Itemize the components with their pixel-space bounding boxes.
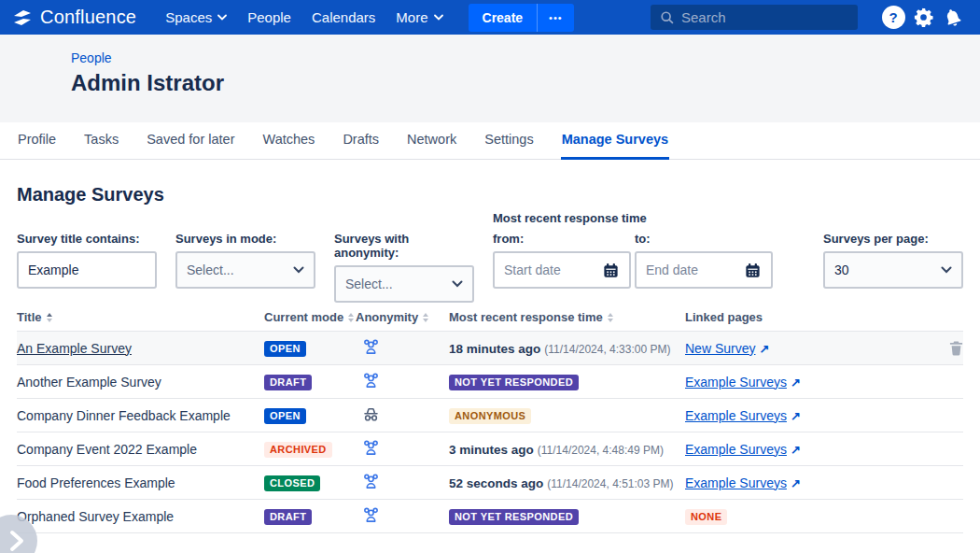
people-group-icon <box>361 505 381 525</box>
filter-label: Surveys per page: <box>823 232 963 246</box>
external-link-icon: ↗ <box>791 476 801 490</box>
table-row: Company Dinner Feedback ExampleOPENANONY… <box>17 398 963 432</box>
per-page-select[interactable]: 30 <box>823 251 963 289</box>
mode-select[interactable]: Select... <box>175 251 315 289</box>
filter-per-page: Surveys per page: 30 <box>823 232 963 289</box>
table-row: Orphaned Survey ExampleDRAFTNOT YET RESP… <box>17 499 963 532</box>
select-chevron-icon <box>293 266 304 274</box>
mode-badge: OPEN <box>264 408 306 424</box>
column-header-linked-pages: Linked pages <box>685 310 943 324</box>
main-content: Manage Surveys Most recent response time… <box>0 184 980 533</box>
tab-network[interactable]: Network <box>406 122 457 160</box>
tab-settings[interactable]: Settings <box>483 122 534 160</box>
end-date-input[interactable]: End date <box>635 251 773 289</box>
tab-saved-for-later[interactable]: Saved for later <box>146 122 235 160</box>
survey-title-link[interactable]: Company Event 2022 Example <box>17 442 197 457</box>
profile-header: People Admin Istrator <box>0 35 980 122</box>
mode-badge: CLOSED <box>264 475 320 491</box>
create-more-button[interactable]: ••• <box>537 4 574 32</box>
chevron-down-icon <box>217 14 227 21</box>
column-header-title[interactable]: Title <box>17 310 264 324</box>
chevron-down-icon <box>434 14 443 21</box>
confluence-logo[interactable]: Confluence <box>12 7 136 28</box>
sort-icon <box>423 313 428 322</box>
tab-watches[interactable]: Watches <box>262 122 316 160</box>
table-header-row: TitleCurrent modeAnonymityMost recent re… <box>17 306 963 331</box>
filter-from-date: from: Start date <box>493 232 631 289</box>
external-link-icon: ↗ <box>759 342 769 356</box>
linked-page-link[interactable]: Example Surveys <box>685 408 787 423</box>
external-link-icon: ↗ <box>791 376 801 390</box>
response-status-badge: ANONYMOUS <box>449 408 531 424</box>
start-date-input[interactable]: Start date <box>493 251 631 289</box>
survey-title-link[interactable]: Food Preferences Example <box>17 475 175 490</box>
profile-tabs: ProfileTasksSaved for laterWatchesDrafts… <box>0 122 980 160</box>
notifications-button[interactable] <box>938 3 968 33</box>
create-button[interactable]: Create <box>469 4 538 32</box>
response-time-group-label: Most recent response time <box>493 211 647 225</box>
trash-icon[interactable] <box>949 340 963 356</box>
search-box[interactable] <box>651 5 858 30</box>
people-group-icon <box>361 337 381 357</box>
column-header-current-mode[interactable]: Current mode <box>264 310 356 324</box>
tab-drafts[interactable]: Drafts <box>342 122 380 160</box>
sort-icon <box>47 313 52 322</box>
mode-badge: OPEN <box>264 341 306 357</box>
people-group-icon <box>361 438 381 458</box>
filter-anonymity: Surveys with anonymity: Select... <box>334 232 474 303</box>
mode-badge: DRAFT <box>264 375 312 390</box>
breadcrumb-people-link[interactable]: People <box>71 50 112 65</box>
column-header-most-recent-response-time[interactable]: Most recent response time <box>449 310 685 324</box>
tab-manage-surveys[interactable]: Manage Surveys <box>561 122 669 160</box>
title-contains-input[interactable] <box>28 262 146 277</box>
help-icon: ? <box>882 6 905 29</box>
response-status-badge: NOT YET RESPONDED <box>449 375 579 390</box>
filter-label: to: <box>635 232 773 246</box>
tab-profile[interactable]: Profile <box>17 122 57 160</box>
external-link-icon: ↗ <box>791 409 801 423</box>
survey-title-link[interactable]: Company Dinner Feedback Example <box>17 408 231 423</box>
nav-item-calendars[interactable]: Calendars <box>301 0 385 35</box>
search-input[interactable] <box>681 9 831 25</box>
page-title: Admin Istrator <box>71 70 980 96</box>
linked-page-link[interactable]: New Survey <box>685 341 755 356</box>
response-absolute-time: (11/14/2024, 4:48:49 PM) <box>538 444 664 457</box>
calendar-icon[interactable] <box>602 262 620 279</box>
people-group-icon <box>361 472 381 491</box>
response-relative-time: 52 seconds ago <box>449 476 543 490</box>
search-icon <box>659 9 675 25</box>
top-navbar: Confluence Spaces People Calendars More … <box>0 0 980 35</box>
mode-badge: DRAFT <box>264 509 312 525</box>
column-header-anonymity[interactable]: Anonymity <box>356 310 449 324</box>
response-absolute-time: (11/14/2024, 4:33:00 PM) <box>544 343 670 356</box>
nav-item-more[interactable]: More <box>385 0 453 35</box>
filter-title-contains: Survey title contains: <box>17 232 157 289</box>
linked-page-link[interactable]: Example Surveys <box>685 475 787 490</box>
table-row: Food Preferences ExampleCLOSED52 seconds… <box>17 465 963 499</box>
filter-to-date: to: End date <box>635 232 773 289</box>
gear-icon <box>913 7 934 28</box>
response-status-badge: NOT YET RESPONDED <box>449 509 579 525</box>
help-button[interactable]: ? <box>878 3 908 33</box>
response-relative-time: 3 minutes ago <box>449 443 534 457</box>
anonymity-select[interactable]: Select... <box>334 265 474 303</box>
tab-tasks[interactable]: Tasks <box>83 122 119 160</box>
filter-mode: Surveys in mode: Select... <box>175 232 315 289</box>
survey-title-link[interactable]: An Example Survey <box>17 341 132 356</box>
nav-item-spaces[interactable]: Spaces <box>155 0 237 35</box>
settings-button[interactable] <box>908 3 938 33</box>
filter-label: Surveys with anonymity: <box>334 232 474 260</box>
nav-item-people[interactable]: People <box>237 0 301 35</box>
response-relative-time: 18 minutes ago <box>449 342 540 356</box>
bell-icon <box>940 5 966 31</box>
filter-label: from: <box>493 232 631 246</box>
select-chevron-icon <box>452 280 463 288</box>
people-group-icon <box>361 371 381 390</box>
response-absolute-time: (11/14/2024, 4:51:03 PM) <box>547 477 673 490</box>
survey-title-link[interactable]: Another Example Survey <box>17 375 161 390</box>
external-link-icon: ↗ <box>791 443 801 457</box>
linked-page-link[interactable]: Example Surveys <box>685 442 787 457</box>
calendar-icon[interactable] <box>744 262 762 279</box>
survey-title-link[interactable]: Orphaned Survey Example <box>17 509 174 524</box>
linked-page-link[interactable]: Example Surveys <box>685 375 787 390</box>
